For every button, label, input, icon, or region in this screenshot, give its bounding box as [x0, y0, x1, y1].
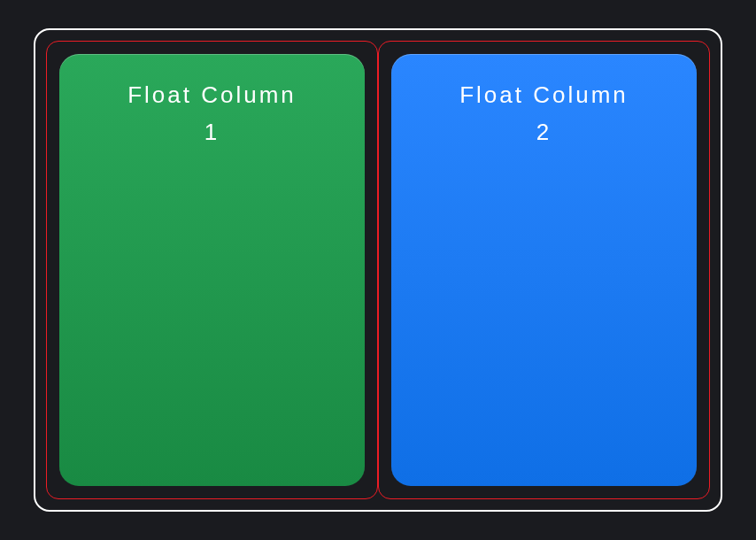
column-1-label-line1: Float Column	[59, 77, 365, 114]
column-outline-2: Float Column 2	[378, 41, 710, 499]
column-outline-1: Float Column 1	[46, 41, 378, 499]
column-1-label-line2: 1	[59, 114, 365, 151]
float-container: Float Column 1 Float Column 2	[34, 28, 722, 512]
float-column-1: Float Column 1	[59, 54, 365, 486]
column-2-label-line2: 2	[391, 114, 697, 151]
columns-row: Float Column 1 Float Column 2	[46, 41, 710, 499]
column-2-label-line1: Float Column	[391, 77, 697, 114]
float-column-2: Float Column 2	[391, 54, 697, 486]
